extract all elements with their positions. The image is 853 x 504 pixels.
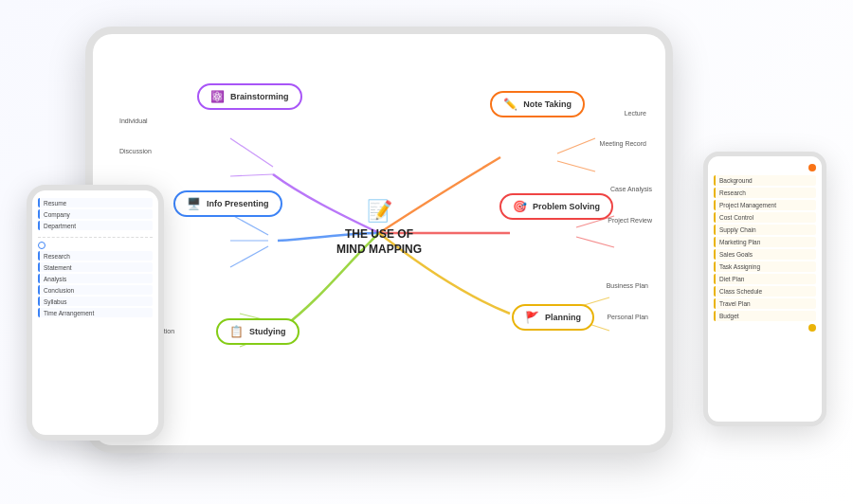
node-info-label: Info Presenting: [207, 199, 269, 208]
right-panel-screen: Background Research Project Management C…: [708, 156, 822, 422]
node-problem-solving[interactable]: 🎯 Problem Solving: [499, 193, 613, 220]
tablet-screen: 📝 THE USE OF MIND MAPPING ⚛️ Brainstormi…: [93, 34, 665, 445]
node-info-presenting[interactable]: 🖥️ Info Presenting: [173, 190, 282, 217]
phone-item-department: Department: [38, 221, 153, 230]
brainstorm-icon: ⚛️: [210, 90, 225, 103]
node-planning[interactable]: 🚩 Planning: [512, 304, 594, 331]
node-notetaking-label: Note Taking: [523, 99, 572, 109]
phone-item-syllabus: Syllabus: [38, 297, 153, 306]
center-node: 📝 THE USE OF MIND MAPPING: [336, 199, 422, 257]
planning-icon: 🚩: [525, 311, 539, 324]
svg-line-10: [576, 237, 614, 247]
leaf-business: Business Plan: [607, 282, 648, 289]
rp-supply: Supply Chain: [714, 225, 816, 235]
rp-research: Research: [714, 188, 816, 198]
phone-item-conclusion: Conclusion: [38, 285, 153, 295]
node-planning-label: Planning: [545, 313, 581, 322]
phone-section-icon: [38, 242, 45, 249]
rp-project-mgmt: Project Management: [714, 200, 816, 210]
rp-yellow-dot: [808, 324, 816, 332]
tablet-device: 📝 THE USE OF MIND MAPPING ⚛️ Brainstormi…: [85, 27, 673, 453]
rp-orange-dot: [808, 164, 816, 171]
svg-line-0: [230, 138, 273, 167]
leaf-meeting: Meeting Record: [600, 140, 646, 147]
studying-icon: 📋: [229, 325, 244, 338]
rp-cost: Cost Control: [714, 212, 816, 223]
phone-item-research: Research: [38, 251, 153, 261]
svg-line-1: [230, 174, 273, 176]
leaf-discussion: Discussion: [119, 148, 152, 154]
phone-screen: Resume Company Department Research State…: [32, 190, 158, 435]
leaf-project: Project Review: [608, 217, 652, 224]
node-studying-label: Studying: [249, 327, 286, 336]
info-icon: 🖥️: [187, 197, 201, 210]
phone-section-2: Research Statement Analysis Conclusion S…: [38, 242, 153, 317]
rp-background: Background: [714, 175, 816, 186]
node-note-taking[interactable]: ✏️ Note Taking: [490, 91, 585, 117]
scene: 📝 THE USE OF MIND MAPPING ⚛️ Brainstormi…: [0, 0, 853, 504]
rp-bottom-dot: [714, 324, 816, 332]
phone-item-company: Company: [38, 209, 153, 219]
leaf-individual: Individual: [119, 117, 148, 124]
leaf-case: Case Analysis: [610, 186, 652, 192]
rp-diet: Diet Plan: [714, 274, 816, 284]
phone-section-1: Resume Company Department: [38, 198, 153, 230]
svg-line-4: [230, 246, 268, 267]
rp-marketing: Marketing Plan: [714, 237, 816, 247]
svg-line-2: [230, 214, 268, 235]
rp-task: Task Assigning: [714, 261, 816, 272]
center-title: THE USE OF MIND MAPPING: [336, 227, 422, 257]
node-brainstorm-label: Brainstorming: [230, 92, 289, 101]
svg-line-7: [557, 138, 595, 153]
node-brainstorming[interactable]: ⚛️ Brainstorming: [197, 83, 302, 110]
rp-sales: Sales Goals: [714, 249, 816, 260]
right-panel-device: Background Research Project Management C…: [703, 152, 826, 426]
phone-divider: [38, 234, 153, 238]
node-problem-label: Problem Solving: [533, 202, 600, 211]
leaf-personal: Personal Plan: [607, 314, 648, 320]
phone-item-resume: Resume: [38, 198, 153, 207]
notetaking-icon: ✏️: [503, 98, 517, 111]
rp-class: Class Schedule: [714, 286, 816, 297]
phone-item-analysis: Analysis: [38, 274, 153, 283]
phone-item-statement: Statement: [38, 262, 153, 272]
rp-budget: Budget: [714, 311, 816, 321]
rp-top-dot: [714, 164, 816, 171]
rp-travel: Travel Plan: [714, 298, 816, 309]
center-icon: 📝: [336, 199, 422, 224]
phone-device: Resume Company Department Research State…: [27, 185, 164, 441]
svg-line-8: [557, 161, 595, 171]
leaf-lecture: Lecture: [625, 110, 646, 117]
phone-item-time: Time Arrangement: [38, 308, 153, 317]
problem-icon: 🎯: [513, 200, 527, 213]
node-studying[interactable]: 📋 Studying: [216, 318, 299, 345]
